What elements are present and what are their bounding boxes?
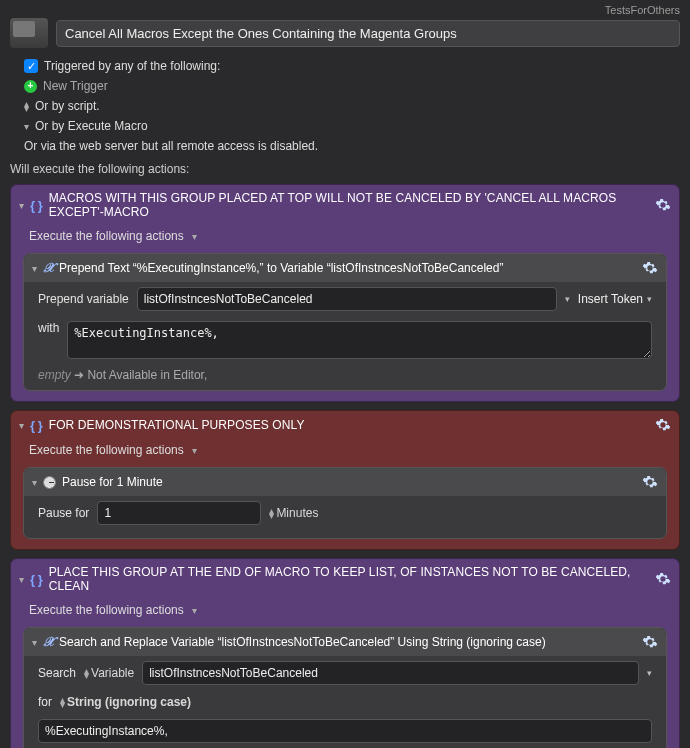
gear-icon[interactable] bbox=[642, 260, 658, 276]
clock-icon bbox=[43, 476, 56, 489]
by-script-row[interactable]: ▴▾ Or by script. bbox=[10, 96, 680, 116]
disclosure-icon[interactable] bbox=[19, 198, 24, 212]
chevron-down-icon[interactable] bbox=[192, 603, 197, 617]
for-mode-row: for ▴▾ String (ignoring case) bbox=[24, 690, 666, 714]
action-group[interactable]: { } MACROS WITH THIS GROUP PLACED AT TOP… bbox=[10, 184, 680, 402]
breadcrumb: TestsForOthers bbox=[0, 0, 690, 18]
gear-icon[interactable] bbox=[655, 417, 671, 433]
with-row: with bbox=[24, 316, 666, 364]
group-title: PLACE THIS GROUP AT THE END OF MACRO TO … bbox=[49, 565, 649, 593]
will-execute-label: Will execute the following actions: bbox=[0, 156, 690, 180]
macro-icon bbox=[10, 18, 48, 48]
variable-icon: 𝒳 bbox=[43, 634, 53, 650]
execute-actions-row[interactable]: Execute the following actions bbox=[11, 439, 679, 463]
by-execute-macro-row[interactable]: Or by Execute Macro bbox=[10, 116, 680, 136]
prepend-variable-row: Prepend variable ▾ Insert Token▾ bbox=[24, 282, 666, 316]
pause-unit-select[interactable]: ▴▾ Minutes bbox=[269, 506, 318, 520]
prepend-text-action[interactable]: 𝒳 Prepend Text “%ExecutingInstance%,” to… bbox=[23, 253, 667, 391]
action-group[interactable]: { } FOR DEMONSTRATIONAL PURPOSES ONLY Ex… bbox=[10, 410, 680, 550]
variable-word: Variable bbox=[91, 666, 134, 680]
disclosure-icon[interactable] bbox=[19, 572, 24, 586]
group-header[interactable]: { } PLACE THIS GROUP AT THE END OF MACRO… bbox=[11, 559, 679, 599]
chevron-down-icon[interactable]: ▾ bbox=[565, 294, 570, 304]
new-trigger-row[interactable]: + New Trigger bbox=[10, 76, 680, 96]
plus-icon: + bbox=[24, 80, 37, 93]
disclosure-icon[interactable] bbox=[32, 635, 37, 649]
gear-icon[interactable] bbox=[655, 197, 671, 213]
action-header[interactable]: 𝒳 Prepend Text “%ExecutingInstance%,” to… bbox=[24, 254, 666, 282]
for-mode-label: String (ignoring case) bbox=[67, 695, 191, 709]
via-web-label: Or via the web server but all remote acc… bbox=[24, 139, 318, 153]
pause-unit-label: Minutes bbox=[276, 506, 318, 520]
execute-actions-label: Execute the following actions bbox=[29, 443, 184, 457]
execute-actions-row[interactable]: Execute the following actions bbox=[11, 225, 679, 249]
for-value-row bbox=[24, 714, 666, 748]
execute-actions-label: Execute the following actions bbox=[29, 603, 184, 617]
trigger-section: ✓ Triggered by any of the following: + N… bbox=[0, 56, 690, 156]
by-script-label: Or by script. bbox=[35, 99, 100, 113]
by-execute-macro-label: Or by Execute Macro bbox=[35, 119, 148, 133]
pause-value-input[interactable] bbox=[97, 501, 261, 525]
chevron-down-icon[interactable] bbox=[192, 443, 197, 457]
action-title: Pause for 1 Minute bbox=[62, 475, 636, 489]
search-type-select[interactable]: ▴▾ Variable bbox=[84, 666, 134, 680]
action-title: Prepend Text “%ExecutingInstance%,” to V… bbox=[59, 261, 636, 275]
for-label: for bbox=[38, 695, 52, 709]
with-label: with bbox=[38, 321, 59, 335]
group-header[interactable]: { } MACROS WITH THIS GROUP PLACED AT TOP… bbox=[11, 185, 679, 225]
disclosure-icon[interactable] bbox=[32, 475, 37, 489]
pause-for-label: Pause for bbox=[38, 506, 89, 520]
disclosure-icon[interactable] bbox=[32, 261, 37, 275]
for-value-input[interactable] bbox=[38, 719, 652, 743]
empty-word: empty bbox=[38, 368, 71, 382]
execute-actions-row[interactable]: Execute the following actions bbox=[11, 599, 679, 623]
braces-icon: { } bbox=[30, 198, 43, 213]
braces-icon: { } bbox=[30, 418, 43, 433]
triggered-checkbox[interactable]: ✓ bbox=[24, 59, 38, 73]
execute-actions-label: Execute the following actions bbox=[29, 229, 184, 243]
pause-action[interactable]: Pause for 1 Minute Pause for ▴▾ Minutes bbox=[23, 467, 667, 539]
for-mode-select[interactable]: ▴▾ String (ignoring case) bbox=[60, 695, 191, 709]
new-trigger-label: New Trigger bbox=[43, 79, 108, 93]
chevron-down-icon bbox=[24, 119, 29, 133]
search-label: Search bbox=[38, 666, 76, 680]
action-header[interactable]: Pause for 1 Minute bbox=[24, 468, 666, 496]
triggered-by-label: Triggered by any of the following: bbox=[44, 59, 220, 73]
prepend-variable-input[interactable] bbox=[137, 287, 557, 311]
search-replace-action[interactable]: 𝒳 Search and Replace Variable “listOfIns… bbox=[23, 627, 667, 748]
not-available-text: Not Available in Editor, bbox=[87, 368, 207, 382]
macro-title-row bbox=[0, 18, 690, 56]
disclosure-icon[interactable] bbox=[19, 418, 24, 432]
empty-note: empty ➜ Not Available in Editor, bbox=[24, 364, 666, 382]
chevron-down-icon[interactable]: ▾ bbox=[647, 668, 652, 678]
variable-icon: 𝒳 bbox=[43, 260, 53, 276]
via-web-row: Or via the web server but all remote acc… bbox=[10, 136, 680, 156]
action-group[interactable]: { } PLACE THIS GROUP AT THE END OF MACRO… bbox=[10, 558, 680, 748]
group-title: FOR DEMONSTRATIONAL PURPOSES ONLY bbox=[49, 418, 649, 432]
search-variable-row: Search ▴▾ Variable ▾ bbox=[24, 656, 666, 690]
action-header[interactable]: 𝒳 Search and Replace Variable “listOfIns… bbox=[24, 628, 666, 656]
group-title: MACROS WITH THIS GROUP PLACED AT TOP WIL… bbox=[49, 191, 649, 219]
braces-icon: { } bbox=[30, 572, 43, 587]
pause-for-row: Pause for ▴▾ Minutes bbox=[24, 496, 666, 530]
prepend-variable-label: Prepend variable bbox=[38, 292, 129, 306]
group-header[interactable]: { } FOR DEMONSTRATIONAL PURPOSES ONLY bbox=[11, 411, 679, 439]
gear-icon[interactable] bbox=[642, 474, 658, 490]
gear-icon[interactable] bbox=[655, 571, 671, 587]
chevron-down-icon[interactable] bbox=[192, 229, 197, 243]
macro-title-input[interactable] bbox=[56, 20, 680, 47]
triggered-by-row: ✓ Triggered by any of the following: bbox=[10, 56, 680, 76]
updown-icon: ▴▾ bbox=[84, 668, 89, 678]
updown-icon: ▴▾ bbox=[60, 697, 65, 707]
with-input[interactable] bbox=[67, 321, 652, 359]
action-title: Search and Replace Variable “listOfInstn… bbox=[59, 635, 636, 649]
insert-token-button[interactable]: Insert Token▾ bbox=[578, 292, 652, 306]
gear-icon[interactable] bbox=[642, 634, 658, 650]
updown-icon: ▴▾ bbox=[24, 101, 29, 111]
updown-icon: ▴▾ bbox=[269, 508, 274, 518]
search-variable-input[interactable] bbox=[142, 661, 639, 685]
